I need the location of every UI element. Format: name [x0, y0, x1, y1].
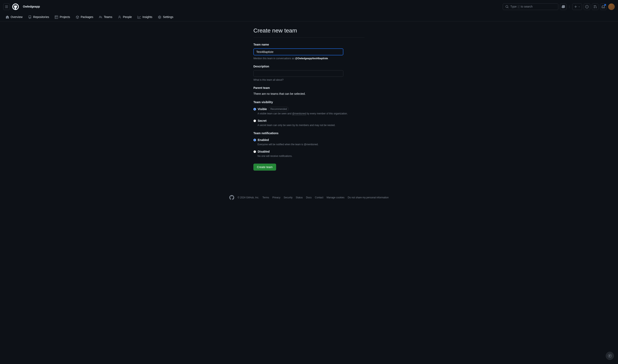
footer-security[interactable]: Security — [284, 196, 292, 199]
tab-repositories-label: Repositories — [33, 15, 49, 19]
notifications-label: Team notifications — [253, 131, 365, 135]
hamburger-menu[interactable] — [3, 3, 10, 10]
tab-people[interactable]: People — [116, 13, 134, 21]
page-title: Create new team — [253, 26, 365, 35]
tab-teams[interactable]: Teams — [96, 13, 115, 21]
tab-people-label: People — [123, 15, 132, 19]
issues-icon[interactable] — [584, 3, 590, 10]
tab-repositories[interactable]: Repositories — [26, 13, 52, 21]
team-name-input[interactable] — [253, 48, 343, 55]
description-label: Description — [253, 64, 365, 69]
notification-indicator — [604, 4, 606, 6]
team-name-label: Team name — [253, 42, 365, 47]
recommended-badge: Recommended — [269, 107, 289, 111]
visibility-secret-desc: A secret team can only be seen by its me… — [258, 123, 365, 127]
notifications-enabled-radio[interactable] — [253, 139, 256, 141]
description-input[interactable] — [253, 70, 343, 77]
notifications-disabled-desc: No one will receive notifications. — [258, 154, 365, 158]
search-input[interactable]: Type / to search — [503, 3, 558, 10]
team-name-help: Mention this team in conversations as @O… — [253, 57, 365, 60]
visibility-visible-radio[interactable] — [253, 108, 256, 111]
mentioned-link[interactable]: @mentioned — [292, 112, 306, 115]
tab-teams-label: Teams — [104, 15, 112, 19]
divider: | — [569, 4, 570, 9]
tab-overview-label: Overview — [11, 15, 23, 19]
pull-requests-icon[interactable] — [592, 3, 598, 10]
footer-contact[interactable]: Contact — [315, 196, 323, 199]
footer-status[interactable]: Status — [296, 196, 303, 199]
tab-packages[interactable]: Packages — [73, 13, 96, 21]
tab-packages-label: Packages — [81, 15, 93, 19]
visibility-label: Team visibility — [253, 100, 365, 104]
description-help: What is this team all about? — [253, 78, 365, 82]
parent-team-label: Parent team — [253, 86, 365, 90]
footer-cookies[interactable]: Manage cookies — [327, 196, 344, 199]
visibility-secret-radio[interactable] — [253, 119, 256, 122]
notifications-disabled-radio[interactable] — [253, 150, 256, 153]
visibility-visible-label: Visible — [258, 107, 267, 111]
footer-copyright: © 2024 GitHub, Inc. — [237, 196, 259, 199]
tab-insights-label: Insights — [143, 15, 152, 19]
visibility-visible-desc: A visible team can be seen and @mentione… — [258, 112, 365, 116]
notifications-icon[interactable] — [600, 3, 606, 10]
visibility-secret-label: Secret — [258, 119, 266, 123]
notifications-disabled-label: Disabled — [258, 150, 270, 154]
search-placeholder: Type / to search — [510, 4, 556, 9]
tab-settings-label: Settings — [163, 15, 173, 19]
github-logo[interactable] — [12, 3, 19, 10]
user-avatar[interactable] — [608, 3, 615, 10]
copilot-icon[interactable] — [560, 3, 566, 10]
footer-terms[interactable]: Terms — [263, 196, 269, 199]
org-link[interactable]: Owledgeapp — [21, 3, 41, 10]
notifications-enabled-desc: Everyone will be notified when the team … — [258, 143, 365, 146]
tab-insights[interactable]: Insights — [135, 13, 155, 21]
create-team-button[interactable]: Create team — [253, 164, 276, 170]
notifications-enabled-label: Enabled — [258, 138, 269, 142]
footer-logo-icon[interactable] — [229, 195, 234, 200]
tab-projects[interactable]: Projects — [52, 13, 73, 21]
title-divider — [253, 37, 365, 38]
tab-projects-label: Projects — [60, 15, 70, 19]
footer-docs[interactable]: Docs — [306, 196, 311, 199]
footer-dns[interactable]: Do not share my personal information — [348, 196, 389, 199]
footer-privacy[interactable]: Privacy — [272, 196, 280, 199]
tab-overview[interactable]: Overview — [3, 13, 25, 21]
parent-team-text: There are no teams that can be selected. — [253, 92, 365, 96]
tab-settings[interactable]: Settings — [156, 13, 176, 21]
create-new-button[interactable] — [572, 3, 582, 10]
